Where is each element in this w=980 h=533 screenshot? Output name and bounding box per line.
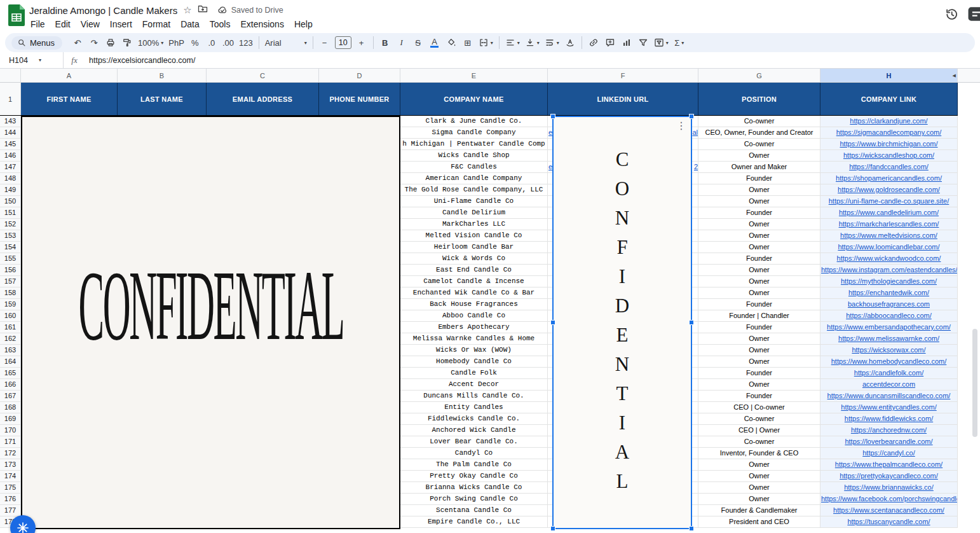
cell-company-name[interactable]: Homebody Candle Co	[400, 356, 548, 368]
cell-position[interactable]: CEO | Co-owner	[698, 402, 820, 413]
header-phone-number[interactable]: PHONE NUMBER	[319, 83, 400, 115]
functions-button[interactable]: Σ▾	[672, 35, 687, 50]
company-link-text[interactable]: https://www.embersandapothecary.com/	[827, 323, 951, 331]
cell-company-name[interactable]: Candyl Co	[400, 448, 548, 459]
cell-company-name[interactable]: Wicks Or Wax (WOW)	[400, 345, 548, 356]
confidential-image-horizontal[interactable]: CONFIDENTIAL	[21, 116, 400, 529]
horizontal-align-button[interactable]: ▾	[503, 35, 522, 50]
create-filter-button[interactable]	[636, 35, 651, 50]
company-link-text[interactable]: https://www.birchmichigan.com/	[840, 140, 937, 148]
cell-company-name[interactable]: Uni-Flame Candle Co	[400, 196, 548, 207]
row-number[interactable]: 175	[0, 482, 21, 494]
number-format-button[interactable]: 123	[237, 35, 255, 50]
column-header-a[interactable]: A	[21, 69, 118, 83]
cell-company-link[interactable]: https://candyl.co/	[820, 448, 958, 459]
cell-company-name[interactable]: Entity Candles	[400, 402, 548, 413]
company-link-text[interactable]: https://www.loomicandlebar.com/	[838, 243, 939, 251]
menu-tools[interactable]: Tools	[205, 18, 236, 31]
cell-company-name[interactable]: Lover Bear Candle Co.	[400, 436, 548, 448]
cell-position[interactable]: Owner	[698, 494, 820, 505]
star-icon[interactable]: ☆	[183, 4, 191, 16]
cell-company-name[interactable]: Wicks Candle Shop	[400, 150, 548, 162]
cell-company-name[interactable]: h Michigan | Pentwater Candle Comp	[400, 139, 548, 150]
name-box[interactable]: H104 ▾	[0, 52, 64, 68]
company-link-text[interactable]: https://www.candledelirium.com/	[839, 209, 939, 216]
row-number[interactable]: 143	[0, 116, 21, 127]
cell-company-name[interactable]: Pretty Okay Candle Co	[400, 471, 548, 482]
cell-position[interactable]: Owner	[698, 459, 820, 471]
cell-company-name[interactable]: Anchored Wick Candle	[400, 425, 548, 436]
cell-company-link[interactable]: https://candlefolk.com/	[820, 368, 958, 379]
company-link-text[interactable]: https://sigmacandlecompany.com/	[836, 128, 941, 136]
cell-position[interactable]: Owner	[698, 276, 820, 287]
cell-position[interactable]: CEO | Owner	[698, 425, 820, 436]
cell-company-name[interactable]: The Palm Candle Co	[400, 459, 548, 471]
cell-company-name[interactable]: Wick & Words Co	[400, 253, 548, 265]
save-status[interactable]: Saved to Drive	[217, 5, 283, 15]
company-link-text[interactable]: https://fandccandles.com/	[849, 163, 929, 170]
undo-button[interactable]: ↶	[70, 35, 85, 50]
cell-position[interactable]: Founder	[698, 391, 820, 402]
font-size-input[interactable]: 10	[335, 36, 351, 49]
cell-company-name[interactable]: Porch Swing Candle Co	[400, 494, 548, 505]
row-number[interactable]: 167	[0, 391, 21, 402]
cell-position[interactable]: Co-owner	[698, 139, 820, 150]
cell-company-link[interactable]: https://clarkandjune.com/	[820, 116, 958, 127]
cell-company-link[interactable]: https://www.candledelirium.com/	[820, 207, 958, 219]
column-header-g[interactable]: G	[698, 69, 820, 83]
company-link-text[interactable]: https://wickscandleshop.com/	[843, 151, 934, 159]
row-number[interactable]: 171	[0, 436, 21, 448]
cell-company-link[interactable]: https://mythologiecandles.com/	[820, 276, 958, 287]
cell-company-link[interactable]: https://www.scentanacandleco.com/	[820, 505, 958, 516]
cell-position[interactable]: Co-owner	[698, 413, 820, 425]
cell-company-link[interactable]: https://www.thepalmcandleco.com/	[820, 459, 958, 471]
increase-decimal-button[interactable]: .00	[221, 35, 236, 50]
row-number[interactable]: 153	[0, 230, 21, 242]
row-number[interactable]: 177	[0, 505, 21, 516]
document-title[interactable]: Jeraldine Amongo | Candle Makers	[29, 5, 177, 16]
vertical-align-button[interactable]: ▾	[523, 35, 541, 50]
cell-company-name[interactable]: East End Candle Co	[400, 265, 548, 276]
company-link-text[interactable]: https://mythologiecandles.com/	[841, 277, 937, 285]
row-number[interactable]: 165	[0, 368, 21, 379]
cell-company-name[interactable]: MarkCharles LLC	[400, 219, 548, 230]
column-header-h[interactable]: H◀	[820, 69, 958, 83]
fill-color-button[interactable]	[444, 35, 459, 50]
cell-position[interactable]: Founder	[698, 322, 820, 333]
cell-position[interactable]: CEO, Owner, Founder and Creator	[698, 127, 820, 139]
cell-position[interactable]: Owner	[698, 196, 820, 207]
row-number[interactable]: 163	[0, 345, 21, 356]
company-link-text[interactable]: accentdecor.com	[862, 380, 915, 388]
row-number[interactable]: 169	[0, 413, 21, 425]
move-folder-icon[interactable]	[198, 4, 208, 17]
company-link-text[interactable]: https://www.wickandwoodco.com/	[837, 254, 941, 262]
company-link-text[interactable]: https://candyl.co/	[862, 449, 915, 457]
cell-position[interactable]: Founder & Candlemaker	[698, 505, 820, 516]
menu-format[interactable]: Format	[137, 18, 175, 31]
cell-company-name[interactable]: Camelot Candle & Incense	[400, 276, 548, 287]
cell-company-name[interactable]: Scentana Candle Co	[400, 505, 548, 516]
cell-position[interactable]: Owner	[698, 184, 820, 196]
cell-company-link[interactable]: https://wicksorwax.com/	[820, 345, 958, 356]
percent-format-button[interactable]: %	[187, 35, 203, 50]
cell-company-name[interactable]: Melissa Warnke Candles & Home	[400, 333, 548, 345]
company-link-text[interactable]: https://uni-flame-candle-co.square.site/	[829, 197, 949, 205]
company-link-text[interactable]: https://markcharlescandles.com/	[839, 220, 939, 228]
cell-company-link[interactable]: https://markcharlescandles.com/	[820, 219, 958, 230]
cell-position[interactable]: President and CEO	[698, 516, 820, 528]
resize-handle[interactable]	[550, 320, 555, 325]
menu-view[interactable]: View	[76, 18, 105, 31]
cell-company-link[interactable]: https://shopamericancandles.com/	[820, 173, 958, 184]
cell-company-name[interactable]: American Candle Company	[400, 173, 548, 184]
insert-chart-button[interactable]	[619, 35, 634, 50]
menu-insert[interactable]: Insert	[105, 18, 137, 31]
strikethrough-button[interactable]: S	[411, 35, 426, 50]
row-number[interactable]: 152	[0, 219, 21, 230]
company-link-text[interactable]: https://abboocandleco.com/	[846, 312, 932, 319]
cell-company-link[interactable]: https://fandccandles.com/	[820, 162, 958, 173]
row-number[interactable]: 172	[0, 448, 21, 459]
sheets-logo-icon[interactable]	[8, 4, 25, 26]
paint-format-button[interactable]	[119, 35, 135, 50]
cell-position[interactable]: Founder	[698, 253, 820, 265]
company-link-text[interactable]: https://www.briannawicks.co/	[844, 483, 934, 491]
